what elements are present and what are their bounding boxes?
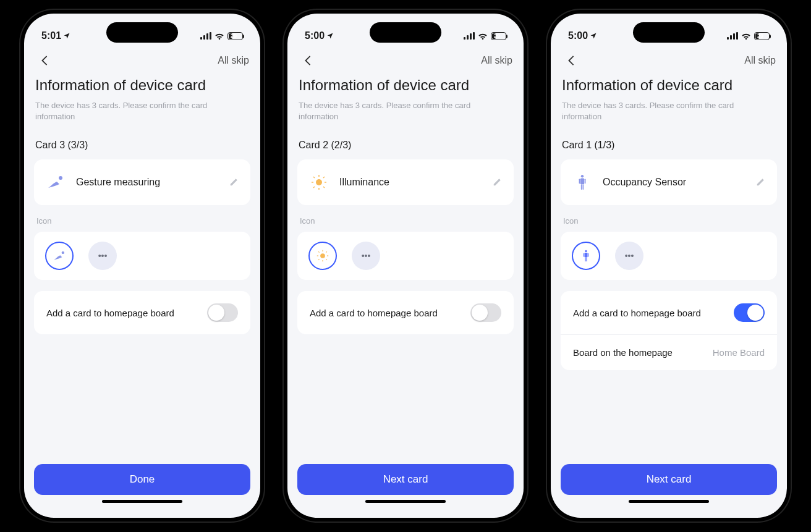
add-to-homepage-label: Add a card to homepage board <box>310 308 438 318</box>
pencil-icon[interactable] <box>493 178 501 187</box>
page-title: Information of device card <box>34 77 250 94</box>
done-button[interactable]: Done <box>34 464 250 495</box>
add-to-homepage-row: Add a card to homepage board <box>297 291 514 334</box>
phone-notch <box>633 22 705 43</box>
wifi-icon <box>478 32 488 40</box>
svg-rect-6 <box>464 37 465 40</box>
svg-point-10 <box>316 179 322 185</box>
icon-section-label: Icon <box>34 216 250 226</box>
icon-option-more[interactable]: ••• <box>615 242 643 270</box>
phone-notch <box>106 22 178 43</box>
back-button[interactable] <box>299 51 317 70</box>
icon-option-gesture[interactable] <box>45 242 74 270</box>
svg-point-5 <box>62 251 64 254</box>
card-number-label: Card 3 (3/3) <box>34 140 250 151</box>
svg-line-16 <box>323 187 325 188</box>
icon-option-more[interactable]: ••• <box>88 242 117 270</box>
home-indicator[interactable] <box>629 500 709 503</box>
icon-option-person[interactable] <box>572 242 600 270</box>
svg-line-18 <box>313 187 315 188</box>
svg-rect-35 <box>583 185 584 190</box>
pencil-icon[interactable] <box>756 178 765 187</box>
svg-rect-8 <box>470 33 472 40</box>
icon-option-sun[interactable] <box>308 242 337 270</box>
svg-rect-0 <box>200 37 202 40</box>
phone-frame: 5:00 29 All skip Information of device c… <box>282 9 529 523</box>
phone-screen: 5:00 29 All skip Information of device c… <box>551 14 787 518</box>
svg-point-38 <box>585 250 587 252</box>
skip-button[interactable]: All skip <box>218 55 249 66</box>
icon-selector-card: ••• <box>34 232 250 280</box>
skip-button[interactable]: All skip <box>481 55 512 66</box>
svg-rect-39 <box>585 253 588 258</box>
svg-rect-43 <box>588 253 588 257</box>
back-button[interactable] <box>35 51 54 70</box>
phone-frame: 5:00 29 All skip Information of device c… <box>546 9 792 523</box>
card-number-label: Card 1 (1/3) <box>561 140 777 151</box>
svg-rect-37 <box>585 179 586 184</box>
svg-rect-41 <box>586 258 587 262</box>
svg-line-26 <box>326 251 327 253</box>
device-name-label: Gesture measuring <box>76 177 224 188</box>
add-to-homepage-toggle[interactable] <box>207 303 238 322</box>
gesture-icon <box>46 173 65 192</box>
page-title: Information of device card <box>297 77 514 94</box>
icon-option-more[interactable]: ••• <box>352 242 380 270</box>
device-name-card[interactable]: Illuminance <box>297 159 514 205</box>
phone-notch <box>370 22 441 43</box>
svg-rect-1 <box>203 35 205 40</box>
location-icon <box>326 32 334 40</box>
nav-bar: All skip <box>24 47 260 74</box>
skip-button[interactable]: All skip <box>744 55 776 66</box>
svg-rect-3 <box>210 32 211 40</box>
home-indicator[interactable] <box>102 500 182 503</box>
location-icon <box>63 32 70 40</box>
svg-rect-34 <box>581 185 582 190</box>
svg-line-17 <box>323 177 325 178</box>
board-on-homepage-row[interactable]: Board on the homepage Home Board <box>561 334 777 370</box>
device-name-card[interactable]: Gesture measuring <box>34 159 250 205</box>
icon-section-label: Icon <box>561 216 777 226</box>
add-to-homepage-row: Add a card to homepage board <box>561 291 777 334</box>
add-to-homepage-row: Add a card to homepage board <box>34 291 250 334</box>
svg-rect-28 <box>727 37 729 40</box>
svg-rect-31 <box>736 32 738 40</box>
battery-icon: 29 <box>491 32 506 40</box>
nav-bar: All skip <box>551 47 787 74</box>
icon-selector-card: ••• <box>297 232 514 280</box>
home-indicator[interactable] <box>365 500 446 503</box>
svg-rect-7 <box>467 35 469 40</box>
next-card-button[interactable]: Next card <box>297 464 514 495</box>
svg-point-4 <box>59 176 62 180</box>
back-button[interactable] <box>562 51 580 70</box>
add-to-homepage-label: Add a card to homepage board <box>46 308 174 318</box>
next-card-button[interactable]: Next card <box>561 464 777 495</box>
svg-line-24 <box>318 251 320 253</box>
device-name-label: Occupancy Sensor <box>603 177 751 188</box>
cellular-icon <box>464 32 475 40</box>
settings-card: Add a card to homepage board <box>34 291 250 334</box>
device-name-card[interactable]: Occupancy Sensor <box>561 159 777 205</box>
add-to-homepage-toggle[interactable] <box>470 303 501 322</box>
nav-bar: All skip <box>287 47 524 74</box>
svg-rect-40 <box>585 258 585 262</box>
status-time: 5:00 <box>305 30 325 41</box>
icon-selector-card: ••• <box>561 232 777 280</box>
device-name-label: Illuminance <box>339 177 488 188</box>
battery-icon: 29 <box>227 32 243 40</box>
status-time: 5:01 <box>41 30 61 41</box>
sun-icon <box>310 173 328 192</box>
add-to-homepage-toggle[interactable] <box>734 303 765 322</box>
wifi-icon <box>214 32 224 40</box>
add-to-homepage-label: Add a card to homepage board <box>573 308 701 318</box>
svg-rect-30 <box>733 33 735 40</box>
location-icon <box>590 32 597 40</box>
board-label: Board on the homepage <box>573 347 673 358</box>
svg-line-15 <box>313 177 315 178</box>
svg-point-19 <box>320 254 325 259</box>
pencil-icon[interactable] <box>229 178 238 187</box>
phone-screen: 5:00 29 All skip Information of device c… <box>287 14 524 518</box>
svg-rect-2 <box>206 33 208 40</box>
page-subtitle: The device has 3 cards. Please confirm t… <box>34 100 250 122</box>
svg-rect-33 <box>580 179 585 185</box>
